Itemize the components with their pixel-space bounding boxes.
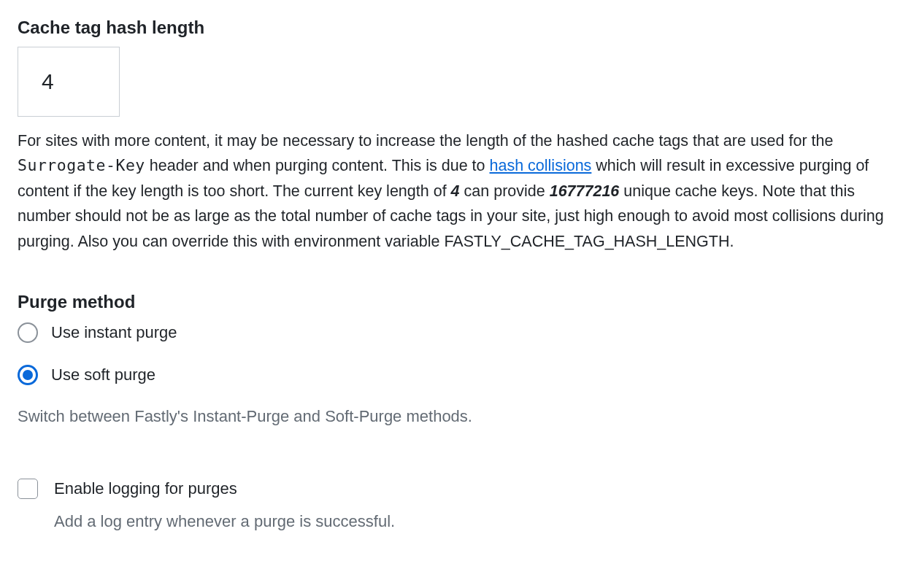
enable-logging-checkbox[interactable]: Enable logging for purges (18, 479, 893, 499)
surrogate-key-text: Surrogate-Key (18, 156, 145, 174)
unique-keys-count: 16777216 (550, 182, 620, 200)
current-key-length: 4 (451, 182, 460, 200)
hash-length-section: Cache tag hash length For sites with mor… (18, 18, 893, 254)
hash-length-input[interactable] (18, 47, 120, 117)
purge-radio-group: Use instant purge Use soft purge (18, 322, 893, 385)
radio-soft-purge[interactable]: Use soft purge (18, 365, 893, 385)
purge-method-label: Purge method (18, 292, 893, 312)
radio-icon (18, 322, 38, 343)
hash-length-label: Cache tag hash length (18, 18, 893, 38)
radio-instant-purge[interactable]: Use instant purge (18, 322, 893, 343)
radio-label-instant: Use instant purge (51, 323, 177, 342)
hash-length-description: For sites with more content, it may be n… (18, 128, 893, 254)
desc-text: can provide (460, 182, 550, 200)
purge-method-section: Purge method Use instant purge Use soft … (18, 292, 893, 426)
logging-section: Enable logging for purges Add a log entr… (18, 479, 893, 531)
purge-method-help: Switch between Fastly's Instant-Purge an… (18, 407, 893, 426)
radio-icon (18, 365, 38, 385)
hash-collisions-link[interactable]: hash collisions (490, 157, 592, 174)
radio-label-soft: Use soft purge (51, 365, 155, 384)
desc-text: For sites with more content, it may be n… (18, 132, 833, 150)
checkbox-icon (18, 479, 38, 499)
desc-text: header and when purging content. This is… (145, 157, 490, 174)
logging-label: Enable logging for purges (54, 479, 237, 498)
logging-help: Add a log entry whenever a purge is succ… (54, 512, 893, 531)
